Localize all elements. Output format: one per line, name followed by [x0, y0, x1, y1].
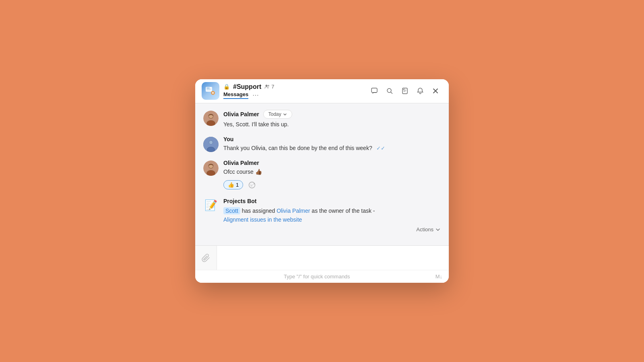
reaction-bar: 👍 1 [223, 179, 441, 191]
svg-point-27 [251, 184, 252, 185]
svg-rect-2 [206, 89, 211, 89]
bot-text-after: as the owner of the task - [312, 208, 375, 214]
header-title-area: 🔒 #Support 7 Messages ⋯ [223, 83, 367, 99]
svg-rect-1 [206, 88, 210, 88]
input-placeholder: Type "/" for quick commands [202, 274, 432, 280]
input-row [195, 246, 449, 270]
input-footer: Type "/" for quick commands M↓ [195, 270, 449, 283]
svg-point-7 [268, 85, 269, 86]
svg-rect-3 [206, 90, 210, 90]
reaction-count: 1 [236, 182, 239, 188]
svg-point-9 [387, 88, 391, 93]
svg-rect-10 [402, 88, 407, 94]
close-button[interactable] [429, 84, 442, 98]
search-icon-button[interactable] [383, 84, 396, 98]
avatar-you [203, 137, 219, 152]
mention-scott: Scott [223, 207, 240, 214]
mention-olivia: Olivia Palmer [277, 208, 310, 214]
sender-name-2: You [223, 136, 233, 142]
svg-point-6 [266, 84, 268, 86]
bot-avatar: 📝 [203, 198, 219, 213]
sender-name-1: Olivia Palmer [223, 111, 259, 117]
reaction-thumbsup[interactable]: 👍 1 [223, 180, 243, 189]
message-block-2: You Thank you Olivia, can this be done b… [203, 136, 441, 152]
avatar-olivia-2 [203, 160, 219, 176]
bot-sender-name: Projects Bot [223, 198, 441, 204]
channel-name: #Support [233, 83, 261, 90]
reaction-emoji: 👍 [228, 182, 234, 188]
bot-text-before: has assigned [242, 208, 277, 214]
date-badge[interactable]: Today [263, 110, 292, 119]
message-input[interactable] [217, 246, 449, 270]
message-content-3: Olivia Palmer Ofcc course 👍🏾 👍 1 [223, 160, 441, 191]
attach-button[interactable] [195, 246, 217, 270]
chat-header: 🔒 #Support 7 Messages ⋯ [195, 79, 449, 103]
actions-row: Actions [223, 224, 441, 236]
notifications-icon-button[interactable] [413, 84, 427, 98]
message-content-2: You Thank you Olivia, can this be done b… [223, 136, 441, 152]
markdown-badge: M↓ [436, 274, 442, 280]
tasks-icon-button[interactable] [398, 84, 412, 98]
bot-content: Projects Bot Scott has assigned Olivia P… [223, 198, 441, 236]
message-content-1: Olivia Palmer Today Yes, Scott. I'll tak… [223, 110, 441, 129]
svg-point-19 [209, 140, 213, 144]
message-block-bot: 📝 Projects Bot Scott has assigned Olivia… [203, 198, 441, 236]
message-text-3: Ofcc course 👍🏾 [223, 168, 441, 176]
avatar-olivia-1 [203, 111, 219, 126]
header-actions [367, 84, 442, 98]
lock-icon: 🔒 [223, 84, 230, 90]
svg-point-26 [249, 182, 255, 188]
bot-message-text: Scott has assigned Olivia Palmer as the … [223, 206, 441, 224]
input-area: Type "/" for quick commands M↓ [195, 245, 449, 283]
svg-point-20 [207, 147, 215, 152]
message-text-1: Yes, Scott. I'll take this up. [223, 120, 441, 129]
chat-icon-button[interactable] [367, 84, 381, 98]
tab-more-icon[interactable]: ⋯ [252, 91, 259, 99]
message-text-2: Thank you Olivia, can this be done by th… [223, 144, 441, 152]
task-link[interactable]: Alignment issues in the website [223, 216, 302, 223]
add-reaction-button[interactable] [246, 179, 258, 191]
chat-window: 🔒 #Support 7 Messages ⋯ [195, 79, 449, 283]
member-count: 7 [264, 84, 274, 90]
messages-area: Olivia Palmer Today Yes, Scott. I'll tak… [195, 103, 449, 246]
tab-messages[interactable]: Messages [223, 91, 248, 99]
read-receipt: ✓✓ [376, 145, 385, 151]
message-block-3: Olivia Palmer Ofcc course 👍🏾 👍 1 [203, 160, 441, 191]
svg-rect-5 [212, 92, 214, 94]
message-block-1: Olivia Palmer Today Yes, Scott. I'll tak… [203, 110, 441, 129]
actions-button[interactable]: Actions [416, 226, 441, 232]
channel-avatar [202, 82, 219, 100]
svg-rect-8 [372, 88, 377, 93]
svg-point-28 [253, 184, 254, 185]
sender-name-3: Olivia Palmer [223, 160, 259, 166]
